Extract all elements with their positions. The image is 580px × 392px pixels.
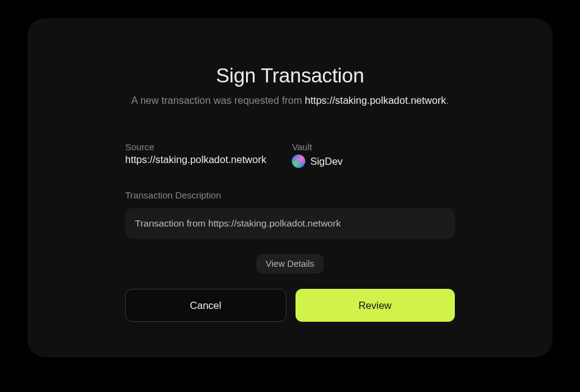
sign-transaction-card: Sign Transaction A new transaction was r… xyxy=(27,18,553,357)
vault-name: SigDev xyxy=(310,156,343,167)
review-button[interactable]: Review xyxy=(295,289,455,322)
meta-row: Source https://staking.polkadot.network … xyxy=(125,142,455,168)
description-label: Transaction Description xyxy=(125,190,455,200)
subtitle-origin: https://staking.polkadot.network xyxy=(305,95,446,106)
vault-label: Vault xyxy=(292,142,343,152)
description-input[interactable] xyxy=(125,208,455,239)
view-details-button[interactable]: View Details xyxy=(256,254,324,274)
vault-avatar-icon xyxy=(292,154,305,168)
cancel-button[interactable]: Cancel xyxy=(125,289,286,322)
source-value: https://staking.polkadot.network xyxy=(125,154,266,165)
vault-value: SigDev xyxy=(292,154,343,168)
page-subtitle: A new transaction was requested from htt… xyxy=(125,95,455,106)
subtitle-prefix: A new transaction was requested from xyxy=(131,95,305,106)
vault-block: Vault SigDev xyxy=(292,142,343,168)
source-block: Source https://staking.polkadot.network xyxy=(125,142,266,168)
actions-row: Cancel Review xyxy=(125,289,455,322)
source-label: Source xyxy=(125,142,266,152)
page-title: Sign Transaction xyxy=(125,64,455,87)
subtitle-suffix: . xyxy=(446,95,449,106)
